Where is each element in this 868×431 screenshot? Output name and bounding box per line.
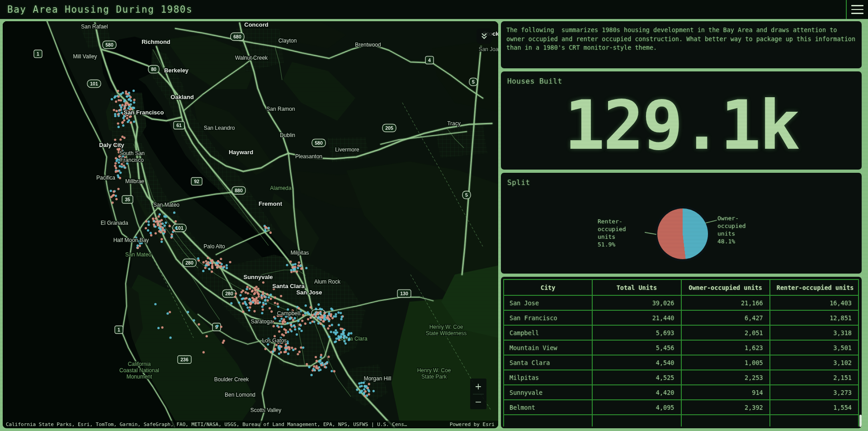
map[interactable]: 1101580680804556192880580205236193528028… — [3, 21, 498, 428]
powered-by-esri-link[interactable]: Powered by Esri — [450, 422, 495, 427]
value-cell — [592, 415, 681, 426]
svg-text:Daly City: Daly City — [99, 142, 124, 148]
svg-text:Francisco: Francisco — [120, 157, 144, 163]
svg-text:San Joaquin: San Joaquin — [479, 46, 498, 52]
value-cell — [770, 415, 859, 426]
svg-text:California: California — [128, 361, 151, 367]
svg-text:880: 880 — [235, 188, 243, 193]
value-cell: 21,166 — [681, 295, 770, 310]
svg-text:Fremont: Fremont — [259, 200, 283, 207]
value-cell: 3,273 — [770, 385, 859, 400]
svg-text:San Leandro: San Leandro — [204, 125, 235, 131]
svg-text:92: 92 — [194, 179, 199, 184]
houses-built-panel: Houses Built 129.1k — [501, 71, 862, 170]
svg-text:1: 1 — [37, 51, 39, 57]
table-row[interactable]: Belmont4,0952,3921,554 — [504, 400, 859, 415]
svg-text:San Ramon: San Ramon — [266, 106, 295, 112]
map-collapse-button[interactable] — [476, 28, 492, 44]
map-zoom-control: + − — [470, 379, 486, 409]
city-cell: Milpitas — [504, 370, 592, 385]
svg-text:5: 5 — [472, 79, 475, 85]
value-cell: 3,102 — [770, 355, 859, 370]
hamburger-icon — [851, 13, 863, 14]
svg-text:Milpitas: Milpitas — [291, 250, 309, 256]
table-row[interactable]: San Francisco21,4406,42712,851 — [504, 310, 859, 325]
table-row[interactable]: San Jose39,02621,16616,403 — [504, 295, 859, 310]
svg-text:San Rafael: San Rafael — [81, 24, 108, 30]
svg-text:Palo Alto: Palo Alto — [203, 243, 225, 250]
value-cell: 5,456 — [592, 340, 681, 355]
svg-text:35: 35 — [125, 197, 130, 202]
svg-text:Pacifica: Pacifica — [96, 175, 115, 181]
svg-text:Walnut Creek: Walnut Creek — [235, 55, 268, 61]
table-row[interactable] — [504, 415, 859, 426]
value-cell: 21,440 — [592, 310, 681, 325]
value-cell: 4,540 — [592, 355, 681, 370]
houses-built-value: 129.1k — [501, 91, 862, 159]
svg-text:El Granada: El Granada — [101, 220, 128, 226]
svg-text:Santa Clara: Santa Clara — [272, 283, 305, 289]
svg-text:680: 680 — [233, 34, 241, 39]
value-cell: 12,851 — [770, 310, 859, 325]
city-cell: Campbell — [504, 325, 592, 340]
svg-text:580: 580 — [315, 140, 323, 146]
svg-text:Oakland: Oakland — [170, 94, 193, 100]
svg-text:Alum Rock: Alum Rock — [314, 279, 341, 285]
svg-text:Millbrae: Millbrae — [125, 178, 144, 185]
column-header: City — [504, 279, 592, 295]
svg-text:San Jose: San Jose — [296, 289, 322, 296]
city-cell: San Jose — [504, 295, 592, 310]
svg-text:South San: South San — [119, 150, 145, 156]
value-cell: 1,554 — [770, 400, 859, 415]
zoom-out-button[interactable]: − — [470, 394, 486, 410]
split-title: Split — [507, 178, 530, 187]
svg-text:130: 130 — [400, 291, 408, 296]
svg-text:Henry W. Coe: Henry W. Coe — [429, 324, 463, 330]
map-attribution: California State Parks, Esri, TomTom, Ga… — [3, 421, 498, 428]
svg-text:5: 5 — [465, 192, 468, 198]
svg-text:Morgan Hill: Morgan Hill — [364, 375, 392, 382]
chevrons-down-icon — [480, 32, 488, 40]
svg-text:Alameda: Alameda — [270, 185, 292, 191]
pie-leader-line — [705, 220, 717, 223]
app-header: Bay Area Housing During 1980s — [0, 0, 868, 19]
split-panel: Split Renter-occupiedunits51.9% Owner-oc… — [501, 173, 862, 274]
value-cell: 2,051 — [681, 325, 770, 340]
table-row[interactable]: Milpitas4,5252,2532,151 — [504, 370, 859, 385]
svg-text:Half Moon Bay: Half Moon Bay — [113, 237, 149, 243]
table-row[interactable]: Mountain View5,4561,6233,501 — [504, 340, 859, 355]
svg-text:Concord: Concord — [244, 21, 269, 28]
right-column: The following summarizes 1980s housing d… — [501, 21, 862, 428]
svg-text:61: 61 — [176, 123, 182, 128]
value-cell: 4,095 — [592, 400, 681, 415]
table-header-row: CityTotal UnitsOwner-occupied unitsRente… — [504, 279, 859, 295]
pie-chart[interactable] — [657, 208, 708, 259]
svg-text:State Park: State Park — [421, 374, 447, 380]
dashboard-body: 1101580680804556192880580205236193528028… — [0, 19, 868, 431]
city-cell: Belmont — [504, 400, 592, 415]
table-row[interactable]: Santa Clara4,5401,0053,102 — [504, 355, 859, 370]
svg-text:Los Gatos: Los Gatos — [262, 337, 287, 344]
svg-text:Scotts Valley: Scotts Valley — [250, 407, 281, 413]
table-row[interactable]: Sunnyvale4,4209143,273 — [504, 385, 859, 400]
svg-text:Sunnyvale: Sunnyvale — [243, 274, 273, 280]
table-row[interactable]: Campbell5,6932,0513,318 — [504, 325, 859, 340]
svg-text:205: 205 — [385, 125, 393, 131]
svg-text:Brentwood: Brentwood — [355, 42, 381, 48]
svg-text:Henry W. Coe: Henry W. Coe — [417, 367, 451, 374]
value-cell: 1,005 — [681, 355, 770, 370]
hamburger-icon — [851, 9, 863, 10]
table-scrollbar-thumb[interactable] — [859, 415, 862, 427]
value-cell: 39,026 — [592, 295, 681, 310]
menu-button[interactable] — [846, 0, 868, 19]
svg-text:Livermore: Livermore — [335, 147, 359, 153]
zoom-in-button[interactable]: + — [470, 379, 486, 394]
value-cell: 3,501 — [770, 340, 859, 355]
svg-text:Pleasanton: Pleasanton — [295, 153, 322, 160]
svg-text:San Mateo: San Mateo — [153, 202, 179, 208]
svg-text:Ben Lomond: Ben Lomond — [225, 392, 255, 398]
value-cell: 4,525 — [592, 370, 681, 385]
svg-text:Coastal National: Coastal National — [119, 367, 159, 374]
hamburger-icon — [851, 5, 863, 6]
svg-text:Tracy: Tracy — [447, 120, 461, 127]
